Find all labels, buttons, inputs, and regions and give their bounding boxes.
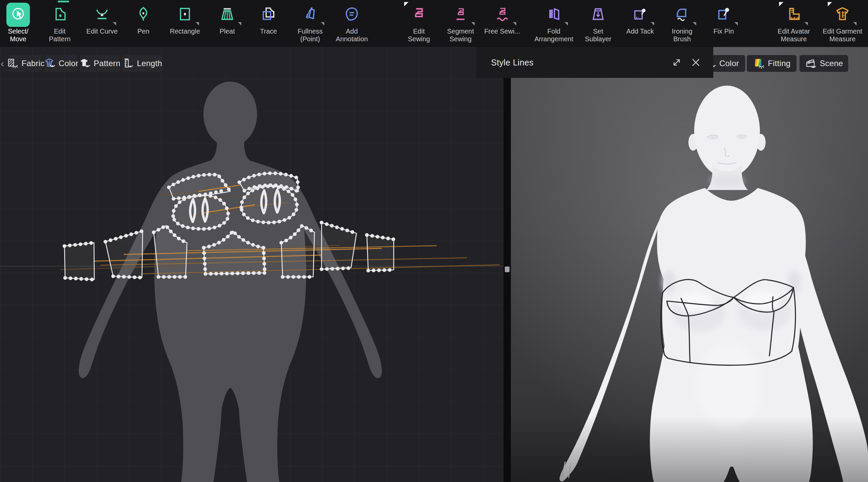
style-lines-panel: Style Lines bbox=[476, 47, 713, 78]
tool-fullness-point[interactable]: Fullness(Point) bbox=[288, 0, 332, 47]
trace-icon bbox=[259, 5, 278, 24]
fabric-icon bbox=[6, 57, 19, 69]
tab-2d-fabric[interactable]: Fabric bbox=[9, 55, 42, 72]
tool-label: AddAnnotation bbox=[336, 28, 368, 43]
tool-label: IroningBrush bbox=[672, 28, 692, 43]
submenu-corner-icon bbox=[321, 22, 324, 26]
tool-label: Edit GarmentMeasure bbox=[823, 28, 862, 43]
segment-sewing-icon bbox=[451, 5, 470, 24]
tee-icon bbox=[79, 57, 91, 69]
tool-set-sublayer[interactable]: SetSublayer bbox=[576, 0, 620, 47]
submenu-corner-icon bbox=[735, 22, 738, 26]
tool-add-tack[interactable]: Add Tack bbox=[618, 0, 662, 47]
tool-edit-avatar-measure[interactable]: Edit AvatarMeasure bbox=[772, 0, 816, 47]
pane-divider-handle[interactable] bbox=[505, 267, 509, 272]
panel-title: Style Lines bbox=[491, 58, 534, 67]
tool-free-sewing[interactable]: Free Sewi... bbox=[480, 0, 524, 47]
tool-segment-sewing[interactable]: SegmentSewing bbox=[438, 0, 483, 47]
edit-garment-measure-icon bbox=[833, 5, 852, 24]
tool-rectangle[interactable]: Rectangle bbox=[163, 0, 207, 47]
3d-floor-shade bbox=[511, 416, 868, 482]
pleat-icon bbox=[218, 5, 237, 24]
tool-edit-sewing[interactable]: EditSewing bbox=[397, 0, 441, 47]
tool-ironing-brush[interactable]: IroningBrush bbox=[660, 0, 704, 47]
submenu-corner-icon bbox=[513, 22, 516, 26]
tool-edit-curve[interactable]: Edit Curve bbox=[80, 0, 124, 47]
tool-flag-icon bbox=[828, 2, 832, 6]
pane-divider[interactable] bbox=[503, 47, 511, 482]
tool-fold-arrangement[interactable]: FoldArrangement bbox=[532, 0, 576, 47]
tool-label: Free Sewi... bbox=[484, 28, 520, 35]
ironing-brush-icon bbox=[673, 5, 691, 24]
tab-label: Fitting bbox=[768, 59, 790, 68]
fitting-icon bbox=[753, 57, 765, 69]
pattern-piece-waist-6 bbox=[367, 235, 394, 271]
2d-view-tab-row: ‹ FabricColorPatternLength bbox=[0, 55, 202, 72]
tab-2d-pattern[interactable]: Pattern bbox=[80, 55, 119, 72]
tool-label: EditPattern bbox=[49, 28, 70, 43]
tab-label: Length bbox=[137, 59, 162, 68]
tool-edit-garment-measure[interactable]: Edit GarmentMeasure bbox=[820, 0, 865, 47]
tool-label: Select/Move bbox=[8, 28, 28, 43]
tool-label: Rectangle bbox=[170, 28, 200, 35]
tool-label: SetSublayer bbox=[585, 28, 612, 43]
submenu-corner-icon bbox=[805, 22, 808, 26]
tool-trace[interactable]: Trace bbox=[246, 0, 291, 47]
tab-label: Scene bbox=[820, 59, 843, 68]
main-toolbar: Select/MoveEditPatternEdit CurvePenRecta… bbox=[0, 0, 868, 47]
tool-label: FoldArrangement bbox=[534, 28, 573, 43]
submenu-corner-icon bbox=[564, 22, 568, 26]
tab-3d-scene[interactable]: Scene bbox=[800, 55, 848, 72]
rulerlen-icon bbox=[122, 57, 134, 69]
submenu-corner-icon bbox=[853, 22, 857, 26]
tool-pleat[interactable]: Pleat bbox=[205, 0, 249, 47]
select-move-icon bbox=[9, 5, 28, 24]
submenu-corner-icon bbox=[238, 22, 241, 26]
edit-pattern-icon bbox=[50, 5, 69, 24]
submenu-corner-icon bbox=[196, 22, 199, 26]
submenu-corner-icon bbox=[113, 22, 116, 26]
tab-2d-length[interactable]: Length bbox=[122, 55, 162, 72]
submenu-corner-icon bbox=[651, 22, 654, 26]
tool-label: Add Tack bbox=[626, 28, 654, 35]
tab-label: Fabric bbox=[22, 59, 44, 68]
2d-pattern-canvas[interactable] bbox=[0, 47, 503, 482]
edit-curve-icon bbox=[93, 5, 112, 24]
pen-icon bbox=[134, 5, 153, 24]
tool-add-annotation[interactable]: AddAnnotation bbox=[330, 0, 374, 47]
tool-label: Edit Curve bbox=[86, 28, 118, 35]
tool-label: Trace bbox=[260, 28, 277, 35]
close-panel-icon[interactable] bbox=[690, 57, 701, 68]
garment-design-app: { "colors": { "accent_teal": "#3dd3a8", … bbox=[0, 0, 868, 482]
toolbar-page-indicator bbox=[58, 1, 69, 2]
tool-label: Pen bbox=[137, 28, 149, 35]
tool-select-move[interactable]: Select/Move bbox=[0, 0, 40, 47]
2d-pattern-viewport[interactable]: ‹ FabricColorPatternLength bbox=[0, 47, 503, 482]
tool-label: Pleat bbox=[219, 28, 235, 35]
fullness-point-icon bbox=[301, 5, 319, 24]
fold-arrangement-icon bbox=[545, 5, 563, 24]
rectangle-icon bbox=[176, 5, 194, 24]
submenu-corner-icon bbox=[471, 22, 475, 26]
fix-pin-icon bbox=[714, 5, 733, 24]
expand-panel-icon[interactable] bbox=[671, 57, 682, 68]
teegrid-icon bbox=[43, 57, 56, 69]
tab-label: Pattern bbox=[94, 59, 120, 68]
tab-3d-fitting[interactable]: Fitting bbox=[747, 55, 797, 72]
tool-edit-pattern[interactable]: EditPattern bbox=[38, 0, 82, 47]
tool-label: Fullness(Point) bbox=[298, 28, 322, 43]
3d-canvas[interactable] bbox=[511, 47, 868, 482]
pattern-piece-waist-1 bbox=[64, 243, 94, 280]
scene-icon bbox=[805, 57, 817, 69]
collapse-tabs-chevron-icon[interactable]: ‹ bbox=[1, 58, 4, 69]
3d-viewport[interactable]: ColorFittingScene bbox=[511, 47, 868, 482]
tab-label: Color bbox=[59, 59, 79, 68]
add-tack-icon bbox=[631, 5, 650, 24]
tool-label: Edit AvatarMeasure bbox=[778, 28, 810, 43]
submenu-corner-icon bbox=[693, 22, 696, 26]
tool-pen[interactable]: Pen bbox=[121, 0, 165, 47]
tool-fix-pin[interactable]: Fix Pin bbox=[702, 0, 746, 47]
edit-sewing-icon bbox=[409, 5, 428, 24]
free-sewing-icon bbox=[493, 5, 512, 24]
tab-2d-color[interactable]: Color bbox=[44, 55, 77, 72]
